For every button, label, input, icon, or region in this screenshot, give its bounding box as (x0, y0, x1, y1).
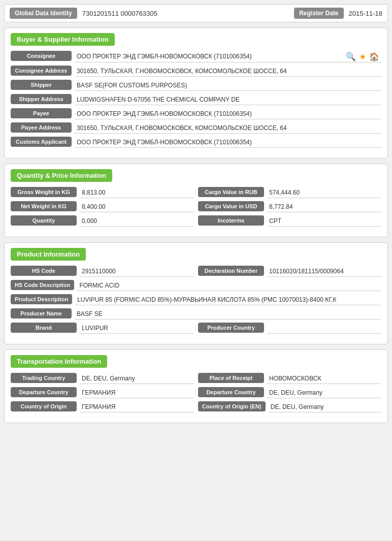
customs-applicant-label: Customs Applicant (11, 137, 72, 147)
consignee-address-value: 301650, ТУЛЬСКАЯ, Г.НОВОМОСКОВСК, КОМСОМ… (75, 66, 381, 77)
net-weight-row: Net Weight in KG 8,400.00 Cargo Value in… (11, 201, 381, 212)
incoterms-label: Incoterms (198, 215, 264, 226)
producer-country-col: Producer Country (198, 323, 381, 334)
country-of-origin-right-label: Country of Origin (EN) (198, 401, 266, 411)
payee-address-row: Payee Address 301650, ТУЛЬСКАЯ, Г.НОВОМО… (11, 122, 381, 134)
hs-code-desc-value: FORMIC ACID (77, 280, 381, 291)
declaration-number-col: Declaration Number 10116020/181115/00090… (198, 266, 381, 277)
country-of-origin-left-value: ГЕРМАНИЯ (80, 401, 194, 412)
register-date-value: 2015-11-18 (349, 10, 383, 17)
net-weight-value: 8,400.00 (80, 201, 194, 212)
producer-name-label: Producer Name (11, 308, 72, 319)
hs-code-value: 2915110000 (80, 266, 194, 277)
net-weight-col: Net Weight in KG 8,400.00 (11, 201, 194, 212)
consignee-address-label: Consignee Address (11, 66, 72, 76)
payee-label: Payee (11, 108, 72, 118)
gross-weight-row: Gross Weight in KG 8,813.00 Cargo Value … (11, 187, 381, 198)
product-info-title: Product Information (11, 248, 86, 261)
trading-country-col: Trading Country DE, DEU, Germany (11, 373, 194, 384)
quantity-price-title: Quantity & Price Information (11, 169, 112, 182)
payee-address-value: 301650, ТУЛЬСКАЯ, Г.НОВОМОСКОВСК, КОМСОМ… (75, 122, 381, 134)
incoterms-col: Incoterms CPT (198, 215, 381, 227)
brand-col: Brand LUVIPUR (11, 323, 194, 334)
gross-weight-label: Gross Weight in KG (11, 187, 77, 197)
departure-country-right-value: DE, DEU, Germany (267, 387, 381, 398)
register-date-label: Register Date (294, 8, 343, 19)
product-desc-value: LUVIPUR 85 (FORMIC ACID 85%)-МУРАВЬИНАЯ … (75, 294, 381, 305)
hs-code-desc-row: HS Code Description FORMIC ACID (11, 280, 381, 291)
producer-country-label: Producer Country (198, 323, 264, 333)
departure-country-right-label: Departure Country (198, 387, 264, 397)
consignee-address-row: Consignee Address 301650, ТУЛЬСКАЯ, Г.НО… (11, 66, 381, 77)
hs-code-desc-label: HS Code Description (11, 280, 74, 290)
country-of-origin-left-label: Country of Origin (11, 401, 77, 411)
brand-value: LUVIPUR (80, 323, 194, 334)
country-of-origin-left-col: Country of Origin ГЕРМАНИЯ (11, 401, 194, 412)
place-of-receipt-col: Place of Receipt НОВОМОСКОВСК (198, 373, 381, 384)
consignee-icons: 🔍 ★ 🏠 (346, 52, 379, 61)
place-of-receipt-label: Place of Receipt (198, 373, 264, 383)
search-icon[interactable]: 🔍 (346, 53, 356, 61)
departure-country-left-value: ГЕРМАНИЯ (80, 387, 194, 398)
transportation-title: Transportation Information (11, 355, 107, 368)
shipper-value: BASF SE(FOR CUSTOMS PURPOSES) (75, 80, 381, 91)
product-desc-row: Product Description LUVIPUR 85 (FORMIC A… (11, 294, 381, 305)
quantity-label: Quantity (11, 215, 77, 226)
quantity-value: 0.000 (80, 215, 194, 227)
declaration-number-value: 10116020/181115/0009064 (267, 266, 381, 277)
incoterms-value: CPT (267, 215, 381, 227)
departure-country-left-col: Departure Country ГЕРМАНИЯ (11, 387, 194, 398)
producer-name-value: BASF SE (75, 308, 381, 320)
cargo-value-usd-value: 8,772.84 (267, 201, 381, 212)
producer-name-row: Producer Name BASF SE (11, 308, 381, 320)
buyer-supplier-title: Buyer & Supplier Information (11, 33, 115, 46)
cargo-value-usd-col: Cargo Value in USD 8,772.84 (198, 201, 381, 212)
shipper-row: Shipper BASF SE(FOR CUSTOMS PURPOSES) (11, 80, 381, 91)
shipper-label: Shipper (11, 80, 72, 90)
hs-code-label: HS Code (11, 266, 77, 276)
star-icon[interactable]: ★ (359, 53, 366, 61)
customs-applicant-row: Customs Applicant ООО ПРОКТЕР ЭНД ГЭМБЛ-… (11, 137, 381, 148)
global-data-identity-value: 7301201511 0000763305 (82, 10, 289, 17)
shipper-address-row: Shipper Address LUDWIGSHAFEN D-67056 THE… (11, 94, 381, 105)
payee-value: ООО ПРОКТЕР ЭНД ГЭМБЛ-НОВОМОСКОВСК (7101… (75, 108, 381, 119)
shipper-address-label: Shipper Address (11, 94, 72, 104)
gross-weight-value: 8,813.00 (80, 187, 194, 198)
hs-code-col: HS Code 2915110000 (11, 266, 194, 277)
brand-label: Brand (11, 323, 77, 333)
cargo-value-usd-label: Cargo Value in USD (198, 201, 264, 211)
departure-country-right-col: Departure Country DE, DEU, Germany (198, 387, 381, 398)
departure-country-row: Departure Country ГЕРМАНИЯ Departure Cou… (11, 387, 381, 398)
trading-country-row: Trading Country DE, DEU, Germany Place o… (11, 373, 381, 384)
consignee-value: ООО ПРОКТЕР ЭНД ГЭМБЛ-НОВОМОСКОВСК (7101… (77, 53, 346, 60)
home-icon[interactable]: 🏠 (369, 53, 379, 61)
departure-country-left-label: Departure Country (11, 387, 77, 397)
payee-row: Payee ООО ПРОКТЕР ЭНД ГЭМБЛ-НОВОМОСКОВСК… (11, 108, 381, 119)
shipper-address-value: LUDWIGSHAFEN D-67056 THE CHEMICAL COMPAN… (75, 94, 381, 105)
brand-row: Brand LUVIPUR Producer Country (11, 323, 381, 334)
gross-weight-col: Gross Weight in KG 8,813.00 (11, 187, 194, 198)
declaration-number-label: Declaration Number (198, 266, 264, 276)
quantity-col: Quantity 0.000 (11, 215, 194, 227)
country-of-origin-right-col: Country of Origin (EN) DE, DEU, Germany (198, 401, 381, 412)
trading-country-label: Trading Country (11, 373, 77, 383)
consignee-row: Consignee ООО ПРОКТЕР ЭНД ГЭМБЛ-НОВОМОСК… (11, 51, 381, 62)
customs-applicant-value: ООО ПРОКТЕР ЭНД ГЭМБЛ-НОВОМОСКОВСК (7101… (75, 137, 381, 148)
net-weight-label: Net Weight in KG (11, 201, 77, 211)
trading-country-value: DE, DEU, Germany (80, 373, 194, 384)
transportation-section: Transportation Information Trading Count… (4, 349, 388, 423)
cargo-value-rub-label: Cargo Value in RUB (198, 187, 264, 197)
global-data-identity-label: Global Data Identity (10, 8, 77, 19)
top-bar: Global Data Identity 7301201511 00007633… (4, 4, 388, 22)
place-of-receipt-value: НОВОМОСКОВСК (267, 373, 381, 384)
hs-code-row: HS Code 2915110000 Declaration Number 10… (11, 266, 381, 277)
product-info-section: Product Information HS Code 2915110000 D… (4, 242, 388, 344)
consignee-value-wrap: ООО ПРОКТЕР ЭНД ГЭМБЛ-НОВОМОСКОВСК (7101… (75, 51, 381, 62)
country-of-origin-row: Country of Origin ГЕРМАНИЯ Country of Or… (11, 401, 381, 412)
payee-address-label: Payee Address (11, 122, 72, 133)
cargo-value-rub-value: 574,444.60 (267, 187, 381, 198)
buyer-supplier-section: Buyer & Supplier Information Consignee О… (4, 27, 388, 158)
cargo-value-rub-col: Cargo Value in RUB 574,444.60 (198, 187, 381, 198)
quantity-price-section: Quantity & Price Information Gross Weigh… (4, 164, 388, 237)
country-of-origin-right-value: DE, DEU, Germany (269, 401, 381, 412)
